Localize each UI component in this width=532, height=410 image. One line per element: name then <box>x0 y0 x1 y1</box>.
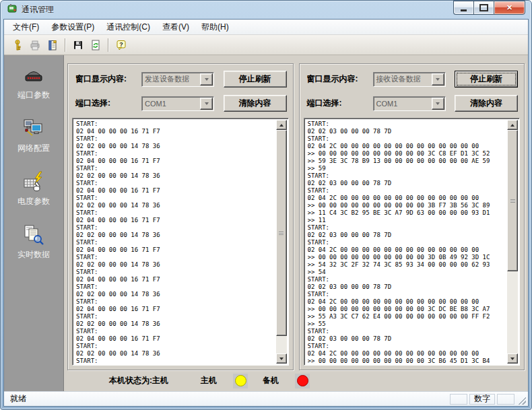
sidebar-item-label: 网络配置 <box>18 143 50 154</box>
chevron-down-icon <box>205 102 209 105</box>
machine-status-label: 本机状态为:主机 <box>109 375 168 386</box>
display-content-label: 窗口显示内容: <box>75 73 141 85</box>
standby-indicator <box>295 374 310 388</box>
scroll-thumb[interactable] <box>276 130 287 336</box>
menu-bar: 文件(F) 参数设置(P) 通讯控制(C) 查看(V) 帮助(H) <box>4 20 528 35</box>
resize-grip[interactable] <box>517 396 526 405</box>
clear-content-button[interactable]: 清除内容 <box>455 95 518 112</box>
menu-parameter-settings[interactable]: 参数设置(P) <box>45 20 100 35</box>
chevron-down-icon <box>436 102 440 105</box>
key-icon <box>11 39 24 51</box>
menu-view[interactable]: 查看(V) <box>156 20 195 35</box>
window-title: 通讯管理 <box>22 4 54 15</box>
clear-content-button[interactable]: 清除内容 <box>224 95 287 112</box>
menu-help[interactable]: 帮助(H) <box>195 20 235 35</box>
send-log-box[interactable]: START: 02 04 00 00 00 16 71 F7 START: 02… <box>72 118 289 366</box>
standby-status-light <box>297 375 308 386</box>
minimize-icon <box>461 9 467 11</box>
menu-file[interactable]: 文件(F) <box>7 20 45 35</box>
send-log-scrollbar[interactable] <box>276 120 287 364</box>
sidebar-item-label: 电度参数 <box>18 196 50 207</box>
status-pane-blank <box>497 394 514 405</box>
minimize-button[interactable] <box>453 1 473 15</box>
close-icon: ✕ <box>506 3 512 12</box>
sidebar-item-energy-params[interactable]: 电度参数 <box>18 171 50 207</box>
help-button[interactable]: ? <box>112 37 130 53</box>
chevron-down-icon <box>205 78 209 81</box>
receive-log-box[interactable]: START: 02 02 03 00 00 00 78 7D START: 02… <box>304 118 521 366</box>
port-select[interactable]: COM1 <box>373 96 446 111</box>
stop-refresh-button[interactable]: 停止刷新 <box>455 71 518 88</box>
arrow-up-icon <box>279 124 284 127</box>
combo-dropdown-button[interactable] <box>200 98 213 110</box>
send-data-panel: 窗口显示内容: 发送设备数据 停止刷新 端口选择: COM1 <box>67 63 294 370</box>
thumb-grip-icon <box>510 199 515 203</box>
close-button[interactable]: ✕ <box>494 1 525 15</box>
arrow-down-icon <box>510 357 514 360</box>
config-button[interactable] <box>44 37 61 53</box>
scroll-down-button[interactable] <box>276 353 287 364</box>
title-bar[interactable]: 通讯管理 ✕ <box>1 1 531 19</box>
toolbar-separator <box>108 38 109 52</box>
notebook-icon <box>46 39 59 51</box>
port-select-label: 端口选择: <box>307 98 373 109</box>
combo-dropdown-button[interactable] <box>432 98 444 110</box>
master-status-light <box>235 375 246 386</box>
receive-data-panel: 窗口显示内容: 接收设备数据 停止刷新 端口选择: COM1 <box>299 63 525 370</box>
chevron-down-icon <box>436 78 440 81</box>
sidebar-item-realtime-data[interactable]: 实时数据 <box>18 224 50 261</box>
realtime-data-icon <box>22 224 45 246</box>
port-select[interactable]: COM1 <box>141 96 214 111</box>
refresh-button[interactable] <box>87 37 104 53</box>
refresh-icon <box>90 39 102 51</box>
energy-params-icon <box>22 171 45 193</box>
display-content-select[interactable]: 接收设备数据 <box>373 72 446 87</box>
master-label: 主机 <box>201 375 217 386</box>
send-log-text: START: 02 04 00 00 00 16 71 F7 START: 02… <box>76 121 275 363</box>
arrow-up-icon <box>510 124 514 127</box>
display-content-select[interactable]: 发送设备数据 <box>141 72 214 87</box>
status-bar: 就绪 数字 <box>4 391 528 406</box>
port-params-icon <box>22 66 45 86</box>
arrow-down-icon <box>279 357 284 360</box>
machine-status-row: 本机状态为:主机 主机 备机 <box>67 370 525 391</box>
help-icon: ? <box>115 39 127 51</box>
port-select-value: COM1 <box>142 100 200 108</box>
stop-refresh-button[interactable]: 停止刷新 <box>224 71 287 88</box>
toolbar: ? <box>4 35 528 55</box>
scroll-down-button[interactable] <box>507 353 518 364</box>
sidebar-item-network-config[interactable]: 网络配置 <box>18 118 50 154</box>
save-button[interactable] <box>69 37 87 53</box>
network-config-icon <box>22 118 45 139</box>
combo-dropdown-button[interactable] <box>200 73 213 86</box>
maximize-button[interactable] <box>473 1 494 15</box>
printer-icon <box>29 39 41 51</box>
sidebar: 端口参数 网络配置 <box>4 55 64 391</box>
print-button[interactable] <box>26 37 44 53</box>
port-select-value: COM1 <box>374 100 432 108</box>
app-window: 通讯管理 ✕ 文件(F) 参数设置(P) 通讯控制(C) 查看(V) 帮助(H) <box>0 0 532 410</box>
scroll-up-button[interactable] <box>507 120 518 130</box>
scroll-up-button[interactable] <box>276 120 287 130</box>
sidebar-item-port-params[interactable]: 端口参数 <box>18 66 50 101</box>
app-icon <box>7 3 18 17</box>
menu-comm-control[interactable]: 通讯控制(C) <box>100 20 156 35</box>
port-select-label: 端口选择: <box>75 98 141 109</box>
display-content-label: 窗口显示内容: <box>307 73 373 85</box>
combo-dropdown-button[interactable] <box>432 73 444 86</box>
scroll-thumb[interactable] <box>507 130 518 271</box>
svg-text:?: ? <box>119 41 123 48</box>
sidebar-item-label: 端口参数 <box>18 90 50 101</box>
key-button[interactable] <box>9 37 26 53</box>
save-icon <box>72 39 84 51</box>
thumb-grip-icon <box>279 232 284 235</box>
standby-label: 备机 <box>263 375 279 386</box>
display-content-value: 发送设备数据 <box>142 74 200 84</box>
receive-log-scrollbar[interactable] <box>507 120 518 364</box>
display-content-value: 接收设备数据 <box>374 74 432 84</box>
status-ready-text: 就绪 <box>6 393 448 405</box>
sidebar-item-label: 实时数据 <box>18 249 50 261</box>
receive-log-text: START: 02 02 03 00 00 00 78 7D START: 02… <box>308 121 506 363</box>
status-num-indicator: 数字 <box>469 394 495 405</box>
toolbar-separator <box>65 38 66 52</box>
